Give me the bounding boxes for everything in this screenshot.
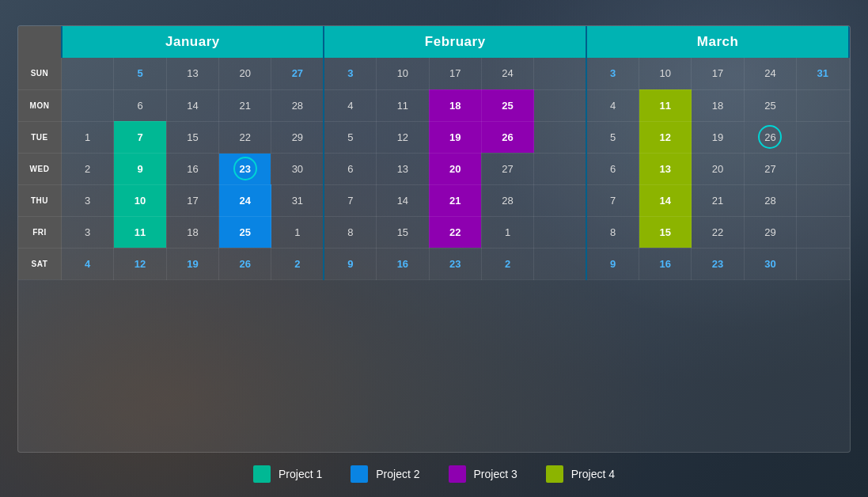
mar-cell-2-2: 19 <box>692 121 744 153</box>
mar-cell-5-2: 22 <box>692 216 744 248</box>
row-label-sun: SUN <box>18 58 62 89</box>
jan-cell-6-0: 4 <box>62 248 114 279</box>
legend-label-proj1: Project 1 <box>279 468 322 480</box>
legend-label-proj3: Project 3 <box>474 468 517 480</box>
calendar-row-thu: THU31017243171421287142128 <box>18 184 849 216</box>
february-header: February <box>324 26 586 58</box>
january-header: January <box>62 26 324 58</box>
mar-cell-2-0: 5 <box>586 121 639 153</box>
feb-cell-2-3: 26 <box>481 121 533 153</box>
legend-item-proj3: Project 3 <box>449 465 517 483</box>
mar-cell-0-0: 3 <box>586 58 639 89</box>
jan-cell-6-3: 26 <box>219 248 271 279</box>
mar-cell-6-4 <box>797 248 849 279</box>
mar-cell-0-3: 24 <box>744 58 796 89</box>
mar-cell-2-1: 12 <box>639 121 692 153</box>
feb-cell-0-4 <box>534 58 586 89</box>
jan-cell-6-2: 19 <box>166 248 218 279</box>
jan-cell-3-1: 9 <box>114 153 166 184</box>
legend-item-proj1: Project 1 <box>253 465 322 483</box>
jan-cell-5-0: 3 <box>62 216 114 248</box>
legend-color-proj3 <box>449 465 466 483</box>
calendar-wrapper: January February March SUN51320273101724… <box>17 25 851 453</box>
mar-cell-1-3: 25 <box>744 89 796 121</box>
jan-cell-2-3: 22 <box>219 121 271 153</box>
feb-cell-3-2: 20 <box>429 153 481 184</box>
jan-cell-6-1: 12 <box>114 248 166 279</box>
jan-cell-4-2: 17 <box>166 184 218 216</box>
jan-cell-4-4: 31 <box>271 184 324 216</box>
mar-cell-5-3: 29 <box>744 216 796 248</box>
mar-cell-3-4 <box>797 153 849 184</box>
feb-cell-2-2: 19 <box>429 121 481 153</box>
row-label-tue: TUE <box>18 121 62 153</box>
calendar-row-mon: MON614212841118254111825 <box>18 89 849 121</box>
march-header: March <box>586 26 849 58</box>
feb-cell-2-0: 5 <box>324 121 376 153</box>
main-container: January February March SUN51320273101724… <box>0 0 868 497</box>
row-label-thu: THU <box>18 184 62 216</box>
jan-cell-4-1: 10 <box>114 184 166 216</box>
feb-cell-1-2: 18 <box>429 89 481 121</box>
month-header-row: January February March <box>18 26 849 58</box>
feb-cell-6-4 <box>534 248 586 279</box>
mar-cell-4-4 <box>797 184 849 216</box>
legend: Project 1 Project 2 Project 3 Project 4 <box>17 462 851 486</box>
calendar-row-wed: WED2916233061320276132027 <box>18 153 849 184</box>
legend-label-proj2: Project 2 <box>376 468 419 480</box>
corner-cell <box>18 26 62 58</box>
jan-cell-0-1: 5 <box>114 58 166 89</box>
feb-cell-4-0: 7 <box>324 184 376 216</box>
mar-cell-0-4: 31 <box>797 58 849 89</box>
jan-cell-6-4: 2 <box>271 248 324 279</box>
jan-cell-1-0 <box>62 89 114 121</box>
feb-cell-0-2: 17 <box>429 58 481 89</box>
legend-color-proj4 <box>546 465 563 483</box>
jan-cell-5-1: 11 <box>114 216 166 248</box>
feb-cell-5-2: 22 <box>429 216 481 248</box>
legend-label-proj4: Project 4 <box>571 468 615 480</box>
mar-cell-6-3: 30 <box>744 248 796 279</box>
jan-cell-1-3: 21 <box>219 89 271 121</box>
feb-cell-3-1: 13 <box>377 153 429 184</box>
mar-cell-5-4 <box>797 216 849 248</box>
jan-cell-3-2: 16 <box>166 153 218 184</box>
mar-cell-4-1: 14 <box>639 184 692 216</box>
feb-cell-5-4 <box>534 216 586 248</box>
jan-cell-3-3: 23 <box>219 153 271 184</box>
jan-cell-0-0 <box>62 58 114 89</box>
calendar-row-sun: SUN51320273101724310172431 <box>18 58 849 89</box>
row-label-wed: WED <box>18 153 62 184</box>
calendar-row-fri: FRI311182518152218152229 <box>18 216 849 248</box>
legend-color-proj1 <box>253 465 271 483</box>
jan-cell-2-4: 29 <box>271 121 324 153</box>
jan-cell-2-0: 1 <box>62 121 114 153</box>
feb-cell-4-4 <box>534 184 586 216</box>
mar-cell-6-2: 23 <box>692 248 744 279</box>
jan-cell-0-2: 13 <box>166 58 218 89</box>
jan-cell-3-0: 2 <box>62 153 114 184</box>
mar-cell-5-0: 8 <box>586 216 639 248</box>
feb-cell-6-1: 16 <box>377 248 429 279</box>
feb-cell-6-2: 23 <box>429 248 481 279</box>
jan-cell-0-3: 20 <box>219 58 271 89</box>
feb-cell-6-0: 9 <box>324 248 376 279</box>
feb-cell-1-1: 11 <box>377 89 429 121</box>
jan-cell-0-4: 27 <box>271 58 324 89</box>
feb-cell-0-1: 10 <box>377 58 429 89</box>
feb-cell-0-3: 24 <box>481 58 533 89</box>
feb-cell-4-2: 21 <box>429 184 481 216</box>
feb-cell-5-0: 8 <box>324 216 376 248</box>
row-label-fri: FRI <box>18 216 62 248</box>
jan-cell-5-3: 25 <box>219 216 271 248</box>
feb-cell-0-0: 3 <box>324 58 376 89</box>
feb-cell-1-3: 25 <box>481 89 533 121</box>
mar-cell-1-0: 4 <box>586 89 639 121</box>
mar-cell-2-4 <box>797 121 849 153</box>
mar-cell-1-2: 18 <box>692 89 744 121</box>
legend-color-proj2 <box>351 465 368 483</box>
mar-cell-3-0: 6 <box>586 153 639 184</box>
legend-item-proj4: Project 4 <box>546 465 615 483</box>
row-label-mon: MON <box>18 89 62 121</box>
row-label-sat: SAT <box>18 248 62 279</box>
